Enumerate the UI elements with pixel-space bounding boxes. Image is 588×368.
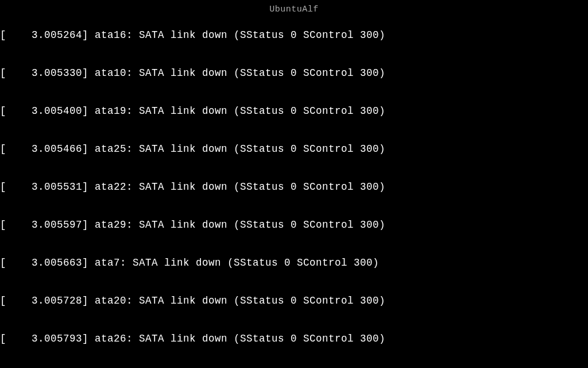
terminal-output: [ 3.005264] ata16: SATA link down (SStat… [0, 3, 588, 368]
boot-log-line: [ 3.005597] ata29: SATA link down (SStat… [0, 218, 588, 231]
boot-log-line: [ 3.005531] ata22: SATA link down (SStat… [0, 181, 588, 193]
boot-log-line: [ 3.005728] ata20: SATA link down (SStat… [0, 294, 588, 307]
boot-log-line: [ 3.005264] ata16: SATA link down (SStat… [0, 29, 588, 41]
boot-log-line: [ 3.005400] ata19: SATA link down (SStat… [0, 105, 588, 117]
boot-log-line: [ 3.005793] ata26: SATA link down (SStat… [0, 332, 588, 345]
boot-log-line: [ 3.005330] ata10: SATA link down (SStat… [0, 67, 588, 79]
boot-log-line: [ 3.005466] ata25: SATA link down (SStat… [0, 143, 588, 155]
boot-log-line: [ 3.005663] ata7: SATA link down (SStatu… [0, 256, 588, 269]
